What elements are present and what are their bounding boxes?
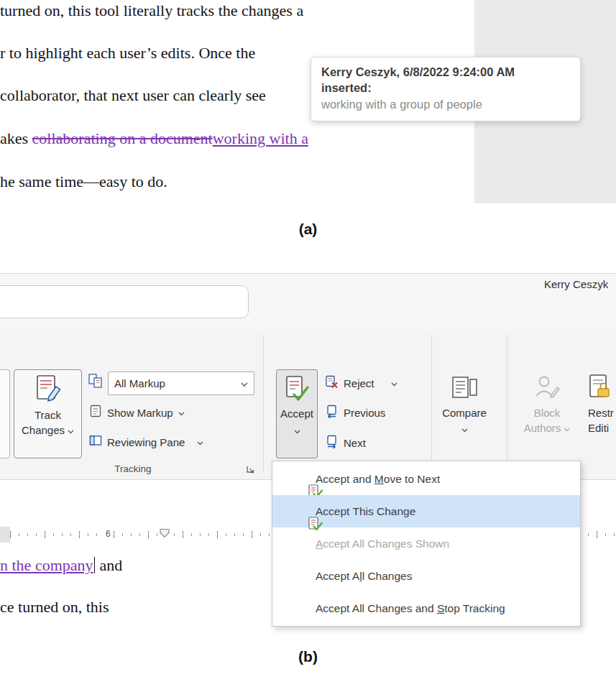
doc-line: he same time—easy to do.: [0, 172, 167, 191]
next-icon: [325, 435, 339, 451]
compare-button[interactable]: Compare: [437, 369, 492, 458]
track-changes-button[interactable]: Track Changes: [14, 369, 82, 458]
doc-line[interactable]: ce turned on, this: [0, 598, 109, 617]
doc-line-tracked-change[interactable]: n the company and: [0, 556, 122, 575]
chevron-down-icon: [68, 423, 74, 438]
group-separator: [507, 335, 507, 473]
accept-icon: [284, 376, 310, 406]
ruler-number: 6: [104, 529, 113, 539]
next-change-button[interactable]: Next: [325, 434, 366, 451]
menu-label-accel: A: [316, 537, 323, 550]
show-markup-button[interactable]: Show Markup: [89, 404, 185, 421]
restrict-editing-label-1: Restr: [585, 405, 614, 420]
restrict-editing-icon: [585, 374, 612, 405]
chevron-down-icon: [178, 406, 185, 419]
show-markup-icon: [89, 405, 102, 420]
chevron-down-icon: [197, 435, 203, 448]
next-label: Next: [344, 437, 366, 449]
doc-line: collaborator, that next user can clearly…: [0, 86, 266, 105]
previous-icon: [325, 405, 339, 421]
inserted-text: n the company: [0, 556, 93, 574]
search-input[interactable]: [0, 285, 249, 318]
doc-text: akes: [0, 129, 32, 147]
doc-text: and: [96, 556, 122, 574]
chevron-down-icon: [241, 377, 248, 390]
block-authors-button: Block Authors: [520, 369, 574, 458]
tracking-group-label: Tracking: [86, 463, 180, 474]
menu-item-accept-all-shown: Accept All Changes Shown: [272, 527, 580, 560]
menu-label: Accept A: [316, 570, 359, 583]
figure-track-changes: turned on, this tool literally tracks th…: [0, 0, 616, 674]
previous-label: Previous: [344, 407, 385, 419]
cutoff-ribbon-button[interactable]: [0, 369, 10, 458]
show-markup-label: Show Markup: [107, 407, 173, 419]
doc-line: turned on, this tool literally tracks th…: [0, 1, 303, 20]
compare-icon: [450, 375, 479, 405]
restrict-editing-label-2: Editi: [585, 420, 609, 435]
block-authors-label-2: Authors: [524, 420, 561, 435]
display-for-review-icon: [88, 373, 104, 392]
deleted-text: collaborating on a document: [32, 129, 213, 147]
reject-icon: [325, 375, 339, 392]
reject-button[interactable]: Reject: [325, 374, 397, 392]
menu-item-accept-all[interactable]: Accept All Changes: [272, 560, 580, 592]
doc-line-tracked-change: akes collaborating on a documentworking …: [0, 129, 308, 148]
reviewing-pane-button[interactable]: Reviewing Pane: [89, 433, 203, 451]
track-changes-label-1: Track: [35, 407, 61, 423]
tooltip-action-label: inserted:: [321, 80, 570, 96]
first-line-indent-marker[interactable]: [159, 528, 170, 541]
chevron-down-icon: [564, 420, 570, 435]
menu-item-accept-this-change[interactable]: Accept This Change: [272, 495, 580, 527]
text-cursor: [94, 557, 96, 573]
caption-b: (b): [0, 648, 616, 665]
menu-label: ccept All Changes Shown: [323, 537, 449, 550]
accept-label: Accept: [280, 406, 313, 421]
block-authors-label-1: Block: [534, 405, 561, 420]
ruler-margin-zone: [0, 527, 10, 543]
menu-item-accept-all-stop-tracking[interactable]: Accept All Changes and Stop Tracking: [272, 592, 580, 624]
menu-label: Accept All Changes and: [316, 602, 437, 615]
chevron-down-icon: [461, 423, 468, 435]
revision-tooltip: Kerry Ceszyk, 6/8/2022 9:24:00 AM insert…: [311, 57, 581, 121]
reject-label: Reject: [344, 377, 374, 389]
account-name[interactable]: Kerry Ceszyk: [544, 278, 608, 290]
menu-label: top Tracking: [444, 602, 505, 615]
group-separator: [263, 335, 264, 473]
markup-view-dropdown[interactable]: All Markup: [108, 371, 254, 395]
chevron-down-icon: [294, 424, 300, 437]
menu-item-accept-and-move[interactable]: Accept and Move to Next: [272, 463, 580, 495]
tooltip-inserted-text: working with a group of people: [321, 96, 570, 113]
group-separator: [431, 335, 432, 473]
markup-view-value: All Markup: [114, 377, 241, 389]
compare-label: Compare: [442, 405, 487, 420]
menu-label-accel: S: [437, 602, 444, 615]
tracking-dialog-launcher[interactable]: [246, 464, 255, 477]
menu-label: Accept and: [316, 473, 374, 486]
track-changes-label-2: Changes: [22, 423, 65, 438]
reviewing-pane-label: Reviewing Pane: [107, 436, 185, 448]
menu-label-accel: M: [374, 473, 384, 486]
reviewing-pane-icon: [89, 434, 102, 450]
caption-a: (a): [0, 221, 616, 238]
chevron-down-icon: [391, 377, 397, 389]
accept-button[interactable]: Accept: [276, 369, 318, 458]
restrict-editing-button[interactable]: Restr Editi: [585, 369, 616, 458]
doc-line: r to highlight each user’s edits. Once t…: [0, 44, 255, 63]
menu-label: l Changes: [362, 570, 413, 583]
menu-label: Accept This Change: [316, 505, 415, 518]
tooltip-author-timestamp: Kerry Ceszyk, 6/8/2022 9:24:00 AM: [321, 64, 570, 80]
inserted-text[interactable]: working with a: [213, 129, 308, 147]
track-changes-icon: [35, 374, 61, 407]
accept-dropdown-menu: Accept and Move to Next Accept This Chan…: [272, 461, 581, 627]
block-authors-icon: [533, 374, 561, 405]
previous-change-button[interactable]: Previous: [325, 404, 385, 421]
menu-label: ove to Next: [384, 473, 440, 486]
